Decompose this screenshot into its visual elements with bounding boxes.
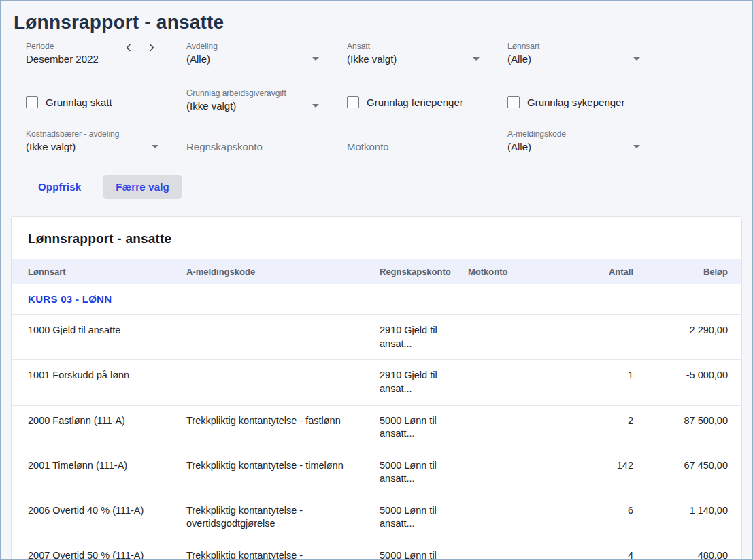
cell-belop: 67 450,00 <box>641 450 742 495</box>
chevron-down-icon <box>473 57 480 61</box>
filter-kostnadsbaerer-avdeling: Kostnadsbærer - avdeling (Ikke valgt) <box>26 129 164 157</box>
app-window: Lønnsrapport - ansatte Periode D <box>0 0 753 560</box>
cell-motkonto <box>468 540 546 560</box>
cell-antall: 1 <box>546 360 641 405</box>
cell-regnskapskonto: 2910 Gjeld til ansat... <box>380 315 468 360</box>
cell-antall: 142 <box>546 450 641 495</box>
cell-a-meldingskode: Trekkpliktig kontantytelse - timelønn <box>186 450 380 495</box>
refresh-button[interactable]: Oppfrisk <box>29 175 90 199</box>
periode-label: Periode <box>26 42 54 51</box>
ansatt-label: Ansatt <box>347 42 485 51</box>
cell-motkonto <box>468 450 546 495</box>
ansatt-select[interactable]: (Ikke valgt) <box>347 53 485 69</box>
filter-grunnlag-arbeidsgiveravgift: Grunnlag arbeidsgiveravgift (Ikke valgt) <box>186 88 324 116</box>
a-meldingskode-select[interactable]: (Alle) <box>507 141 646 157</box>
previous-period-button[interactable] <box>124 44 133 52</box>
cell-motkonto <box>468 315 546 360</box>
filter-motkonto <box>347 141 485 157</box>
grunnlag-skatt-checkbox-row: Grunnlag skatt <box>26 96 164 108</box>
cell-lonnsart: 2006 Overtid 40 % (111-A) <box>12 495 186 540</box>
column-header-a-meldingskode: A-meldingskode <box>186 259 380 284</box>
cell-regnskapskonto: 2910 Gjeld til ansat... <box>380 360 468 405</box>
avdeling-select[interactable]: (Alle) <box>186 53 324 69</box>
cell-a-meldingskode: Trekkpliktig kontantytelse - overtidsgod… <box>186 495 380 540</box>
page-title: Lønnsrapport - ansatte <box>14 12 752 33</box>
grunnlag-skatt-label: Grunnlag skatt <box>46 97 112 108</box>
cell-belop: -5 000,00 <box>641 360 742 405</box>
filter-avdeling: Avdeling (Alle) <box>186 42 324 69</box>
cell-belop: 480,00 <box>641 540 742 560</box>
table-row: 2001 Timelønn (111-A) Trekkpliktig konta… <box>12 450 742 495</box>
table-row: 1001 Forskudd på lønn 2910 Gjeld til ans… <box>12 360 742 405</box>
actions-row: Oppfrisk Færre valg <box>29 175 752 199</box>
avdeling-value: (Alle) <box>186 53 210 65</box>
cell-belop: 87 500,00 <box>641 405 742 450</box>
grunnlag-feriepenger-checkbox-row: Grunnlag feriepenger <box>347 96 485 108</box>
chevron-down-icon <box>633 57 640 61</box>
kostnadsbaerer-avdeling-label: Kostnadsbærer - avdeling <box>26 129 164 139</box>
motkonto-input[interactable] <box>347 141 485 157</box>
cell-antall <box>546 315 641 360</box>
cell-belop: 1 140,00 <box>641 495 742 540</box>
cell-motkonto <box>468 360 546 405</box>
filter-lonnsart: Lønnsart (Alle) <box>507 42 646 69</box>
column-header-belop: Beløp <box>641 259 742 284</box>
table-row: 2007 Overtid 50 % (111-A) Trekkpliktig k… <box>12 540 742 560</box>
lonnsart-label: Lønnsart <box>507 42 646 51</box>
periode-value-field[interactable]: Desember 2022 <box>26 53 164 69</box>
cell-lonnsart: 2000 Fastlønn (111-A) <box>12 405 186 450</box>
avdeling-label: Avdeling <box>186 42 324 51</box>
cell-regnskapskonto: 5000 Lønn til ansatt... <box>380 495 468 540</box>
filter-a-meldingskode: A-meldingskode (Alle) <box>507 129 646 157</box>
cell-a-meldingskode: Trekkpliktig kontantytelse - fastlønn <box>186 405 380 450</box>
grunnlag-skatt-checkbox[interactable] <box>26 96 38 108</box>
cell-lonnsart: 1001 Forskudd på lønn <box>12 360 186 405</box>
a-meldingskode-value: (Alle) <box>507 141 531 152</box>
report-title: Lønnsrapport - ansatte <box>12 217 741 259</box>
column-header-regnskapskonto: Regnskapskonto <box>380 259 468 284</box>
chevron-down-icon <box>312 57 319 61</box>
filter-periode: Periode Desember 2022 <box>26 42 164 69</box>
grunnlag-feriepenger-label: Grunnlag feriepenger <box>367 97 463 108</box>
grunnlag-arbeidsgiveravgift-value: (Ikke valgt) <box>186 100 236 112</box>
next-period-button[interactable] <box>148 44 156 52</box>
periode-value: Desember 2022 <box>26 53 99 65</box>
cell-motkonto <box>468 495 546 540</box>
grunnlag-sykepenger-checkbox[interactable] <box>507 96 520 108</box>
regnskapskonto-input[interactable] <box>186 141 324 157</box>
a-meldingskode-label: A-meldingskode <box>507 129 646 139</box>
column-header-motkonto: Motkonto <box>468 259 546 284</box>
chevron-down-icon <box>312 104 319 108</box>
column-header-antall: Antall <box>546 259 641 284</box>
ansatt-value: (Ikke valgt) <box>347 53 397 65</box>
kostnadsbaerer-avdeling-value: (Ikke valgt) <box>26 141 76 152</box>
chevron-right-icon <box>148 44 156 52</box>
cell-lonnsart: 2001 Timelønn (111-A) <box>12 450 186 495</box>
cell-belop: 2 290,00 <box>641 315 742 360</box>
grunnlag-sykepenger-checkbox-row: Grunnlag sykepenger <box>507 96 646 108</box>
filters-panel: Periode Desember 2022 Avdeling <box>26 42 752 157</box>
cell-antall: 6 <box>546 495 641 540</box>
kostnadsbaerer-avdeling-select[interactable]: (Ikke valgt) <box>26 141 164 157</box>
table-header-row: Lønnsart A-meldingskode Regnskapskonto M… <box>12 259 742 284</box>
cell-a-meldingskode: Trekkpliktig kontantytelse - overtidsgod… <box>186 540 380 560</box>
fewer-options-button[interactable]: Færre valg <box>103 175 182 199</box>
grunnlag-arbeidsgiveravgift-label: Grunnlag arbeidsgiveravgift <box>186 88 324 98</box>
cell-a-meldingskode <box>186 360 380 405</box>
grunnlag-arbeidsgiveravgift-select[interactable]: (Ikke valgt) <box>186 100 324 116</box>
table-row: 2000 Fastlønn (111-A) Trekkpliktig konta… <box>12 405 742 450</box>
group-heading: KURS 03 - LØNN <box>12 284 742 315</box>
group-header-row[interactable]: KURS 03 - LØNN <box>12 284 742 315</box>
cell-a-meldingskode <box>186 315 380 360</box>
chevron-down-icon <box>152 145 158 148</box>
table-row: 1000 Gjeld til ansatte 2910 Gjeld til an… <box>12 315 742 360</box>
chevron-left-icon <box>124 44 133 52</box>
filter-regnskapskonto <box>186 141 324 157</box>
lonnsart-value: (Alle) <box>507 53 531 65</box>
column-header-lonnsart: Lønnsart <box>12 259 186 284</box>
grunnlag-feriepenger-checkbox[interactable] <box>347 96 359 108</box>
grunnlag-sykepenger-label: Grunnlag sykepenger <box>527 97 624 108</box>
lonnsart-select[interactable]: (Alle) <box>507 53 646 69</box>
report-table: Lønnsart A-meldingskode Regnskapskonto M… <box>12 259 742 560</box>
cell-antall: 2 <box>546 405 641 450</box>
